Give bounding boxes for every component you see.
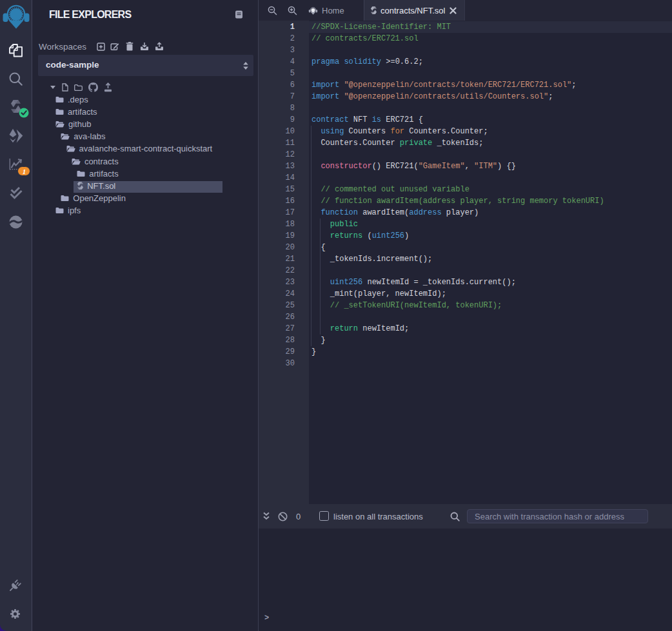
svg-text:1: 1: [23, 168, 26, 175]
